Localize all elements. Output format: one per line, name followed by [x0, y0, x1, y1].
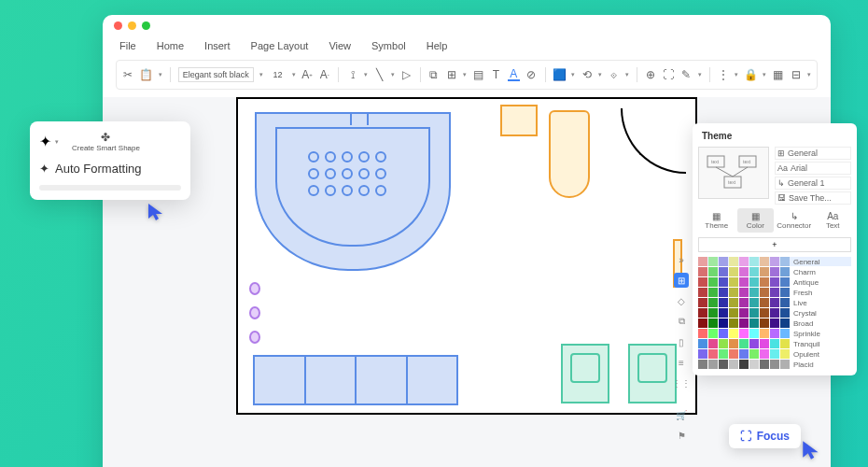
- color-swatch[interactable]: [698, 298, 707, 307]
- stool-shape[interactable]: [249, 306, 260, 319]
- color-swatch[interactable]: [760, 339, 769, 348]
- font-size[interactable]: 12: [269, 70, 286, 79]
- color-swatch[interactable]: [719, 349, 728, 359]
- color-swatch[interactable]: [719, 339, 728, 348]
- color-preset-row[interactable]: Charm: [698, 267, 851, 276]
- color-swatch[interactable]: [749, 339, 759, 348]
- pointer-icon[interactable]: ▷: [400, 68, 413, 81]
- theme-font-row[interactable]: AaArial: [775, 162, 851, 175]
- color-swatch[interactable]: [708, 267, 718, 276]
- zoom-icon[interactable]: ⊕: [645, 68, 657, 81]
- color-swatch[interactable]: [708, 339, 718, 348]
- color-preset-row[interactable]: Fresh: [698, 288, 851, 297]
- color-swatch[interactable]: [760, 349, 769, 359]
- menu-insert[interactable]: Insert: [204, 40, 231, 51]
- color-swatch[interactable]: [698, 360, 707, 369]
- color-swatch[interactable]: [729, 288, 738, 297]
- color-swatch[interactable]: [729, 257, 738, 266]
- color-swatch[interactable]: [770, 329, 779, 338]
- menu-symbol[interactable]: Symbol: [371, 40, 406, 51]
- color-swatch[interactable]: [739, 298, 749, 307]
- color-swatch[interactable]: [719, 308, 728, 318]
- color-swatch[interactable]: [739, 329, 749, 338]
- color-swatch[interactable]: [729, 277, 738, 287]
- color-swatch[interactable]: [780, 318, 790, 328]
- menu-page-layout[interactable]: Page Layout: [251, 40, 309, 51]
- color-swatch[interactable]: [719, 298, 728, 307]
- tab-theme[interactable]: ▦Theme: [698, 208, 735, 233]
- floor-plan-canvas[interactable]: [236, 97, 697, 415]
- color-swatch[interactable]: [739, 339, 749, 348]
- color-swatch[interactable]: [780, 267, 790, 276]
- color-swatch[interactable]: [770, 257, 779, 266]
- color-swatch[interactable]: [749, 298, 759, 307]
- grid-icon[interactable]: ▦: [772, 68, 784, 81]
- color-swatch[interactable]: [698, 339, 707, 348]
- color-swatch[interactable]: [770, 308, 779, 318]
- color-swatch[interactable]: [760, 298, 769, 307]
- lock-icon[interactable]: 🔒: [744, 68, 757, 81]
- auto-formatting-label[interactable]: ✦ Auto Formatting: [39, 162, 181, 176]
- color-swatch[interactable]: [760, 288, 769, 297]
- color-swatch[interactable]: [780, 298, 790, 307]
- color-swatch[interactable]: [708, 318, 718, 328]
- chevron-down-icon[interactable]: ▾: [55, 138, 59, 146]
- add-theme-button[interactable]: +: [698, 237, 851, 252]
- color-swatch[interactable]: [749, 257, 759, 266]
- color-swatch[interactable]: [780, 288, 790, 297]
- color-swatch[interactable]: [739, 257, 749, 266]
- color-swatch[interactable]: [749, 308, 759, 318]
- color-swatch[interactable]: [719, 267, 728, 276]
- rail-theme-icon[interactable]: ⊞: [674, 273, 689, 288]
- menu-view[interactable]: View: [329, 40, 351, 51]
- color-swatch[interactable]: [780, 277, 790, 287]
- color-swatch[interactable]: [770, 349, 779, 359]
- color-swatch[interactable]: [708, 360, 718, 369]
- focus-button[interactable]: ⛶ Focus: [729, 424, 801, 448]
- fullscreen-icon[interactable]: ⛶: [663, 68, 675, 81]
- color-swatch[interactable]: [760, 267, 769, 276]
- color-swatch[interactable]: [760, 277, 769, 287]
- color-swatch[interactable]: [770, 277, 779, 287]
- color-swatch[interactable]: [719, 288, 728, 297]
- color-swatch[interactable]: [708, 277, 718, 287]
- distribute-icon[interactable]: ⊟: [790, 68, 802, 81]
- bathtub-shape[interactable]: [255, 112, 451, 271]
- rotate-icon[interactable]: ⟲: [581, 68, 593, 81]
- color-swatch[interactable]: [739, 277, 749, 287]
- color-swatch[interactable]: [749, 349, 759, 359]
- color-preset-row[interactable]: Opulent: [698, 349, 851, 359]
- more-icon[interactable]: ⋮: [717, 68, 729, 81]
- color-swatch[interactable]: [780, 339, 790, 348]
- color-swatch[interactable]: [770, 339, 779, 348]
- create-smart-shape-button[interactable]: ✤ Create Smart Shape: [72, 131, 140, 152]
- color-swatch[interactable]: [729, 339, 738, 348]
- link-icon[interactable]: ⊘: [525, 68, 538, 81]
- color-swatch[interactable]: [708, 349, 718, 359]
- color-swatch[interactable]: [708, 298, 718, 307]
- color-swatch[interactable]: [749, 360, 759, 369]
- color-swatch[interactable]: [760, 360, 769, 369]
- menu-file[interactable]: File: [119, 40, 136, 51]
- theme-preview[interactable]: texttexttext: [698, 147, 769, 199]
- color-swatch[interactable]: [739, 308, 749, 318]
- stool-shape[interactable]: [249, 282, 260, 295]
- text-icon[interactable]: T: [490, 68, 502, 81]
- color-swatch[interactable]: [780, 349, 790, 359]
- menu-help[interactable]: Help: [427, 40, 448, 51]
- rail-scatter-icon[interactable]: ⋮⋮: [674, 375, 689, 390]
- theme-general-row[interactable]: ⊞General: [775, 147, 851, 160]
- group-icon[interactable]: ⊞: [445, 68, 457, 81]
- color-swatch[interactable]: [760, 257, 769, 266]
- close-icon[interactable]: [114, 21, 122, 30]
- rail-outline-icon[interactable]: ≡: [674, 355, 689, 370]
- color-swatch[interactable]: [739, 318, 749, 328]
- cut-icon[interactable]: ✂: [122, 68, 134, 81]
- color-preset-row[interactable]: General: [698, 257, 851, 266]
- color-swatch[interactable]: [749, 329, 759, 338]
- color-swatch[interactable]: [749, 267, 759, 276]
- color-swatch[interactable]: [780, 308, 790, 318]
- color-swatch[interactable]: [749, 318, 759, 328]
- color-swatch[interactable]: [698, 277, 707, 287]
- cabinet-shape[interactable]: [253, 355, 458, 405]
